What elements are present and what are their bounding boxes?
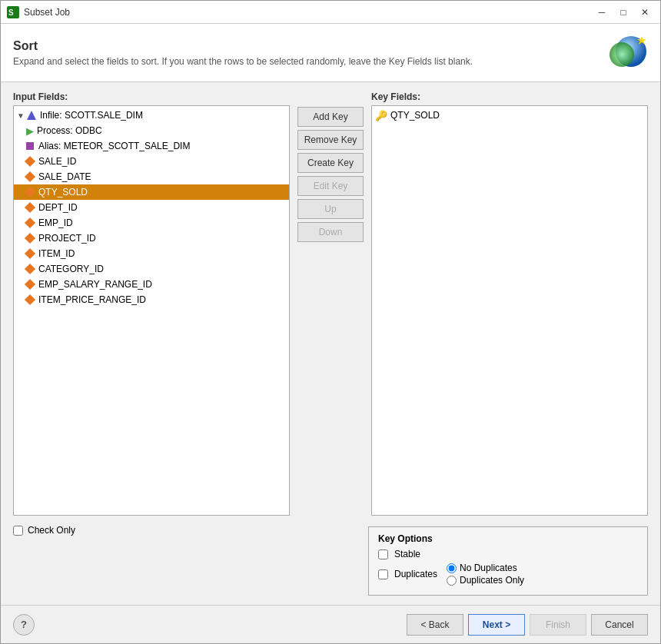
bottom-row: Check Only Key Options Stable Duplicates	[13, 523, 648, 596]
no-duplicates-label: No Duplicates	[460, 563, 517, 573]
create-key-button[interactable]: Create Key	[297, 153, 364, 173]
tree-item-CATEGORY_ID[interactable]: CATEGORY_ID	[14, 261, 289, 277]
collapse-icon: ▼	[17, 111, 25, 120]
check-only-row: Check Only	[13, 523, 293, 537]
finish-button[interactable]: Finish	[530, 614, 586, 636]
input-fields-panel: Input Fields: ▼ Infile: SCOTT.SALE_DIM	[13, 91, 290, 516]
key-fields-list[interactable]: 🔑 QTY_SOLD	[371, 105, 648, 516]
page-title: Sort	[13, 39, 473, 53]
tree-item-ITEM_ID[interactable]: ITEM_ID	[14, 246, 289, 261]
cancel-button[interactable]: Cancel	[591, 614, 648, 636]
tree-item-QTY_SOLD[interactable]: QTY_SOLD	[14, 184, 289, 200]
app-icon: S	[7, 6, 19, 18]
field-label-QTY_SOLD: QTY_SOLD	[38, 187, 88, 198]
tree-item-EMP_SALARY_RANGE_ID[interactable]: EMP_SALARY_RANGE_ID	[14, 277, 289, 292]
help-button[interactable]: ?	[13, 614, 35, 636]
key-fields-label: Key Fields:	[371, 91, 648, 102]
header-left: Sort Expand and select the fields to sor…	[13, 39, 473, 67]
field-icon	[25, 248, 35, 259]
window-title: Subset Job	[24, 7, 70, 18]
content-area: Input Fields: ▼ Infile: SCOTT.SALE_DIM	[1, 82, 660, 605]
input-fields-list[interactable]: ▼ Infile: SCOTT.SALE_DIM ▶ Process: ODBC	[13, 105, 290, 516]
check-only-area: Check Only	[13, 523, 293, 537]
tree-item-ITEM_PRICE_RANGE_ID[interactable]: ITEM_PRICE_RANGE_ID	[14, 292, 289, 307]
field-label-ITEM_PRICE_RANGE_ID: ITEM_PRICE_RANGE_ID	[38, 294, 146, 305]
field-icon	[25, 156, 35, 167]
tree-item-SALE_DATE[interactable]: SALE_DATE	[14, 169, 289, 184]
field-icon	[25, 233, 35, 244]
footer-left: ?	[13, 614, 35, 636]
tree-item-DEPT_ID[interactable]: DEPT_ID	[14, 200, 289, 215]
footer: ? < Back Next > Finish Cancel	[1, 605, 660, 643]
field-label-EMP_ID: EMP_ID	[38, 217, 73, 228]
header-section: Sort Expand and select the fields to sor…	[1, 24, 660, 82]
stable-label: Stable	[394, 549, 420, 559]
page-description: Expand and select the fields to sort. If…	[13, 56, 473, 67]
up-button[interactable]: Up	[297, 199, 364, 219]
infile-icon-group	[26, 110, 40, 121]
key-item-QTY_SOLD[interactable]: 🔑 QTY_SOLD	[372, 108, 647, 123]
minimize-button[interactable]: ─	[593, 5, 611, 20]
tree-item-EMP_ID[interactable]: EMP_ID	[14, 215, 289, 231]
field-icon	[25, 264, 35, 274]
field-label-SALE_DATE: SALE_DATE	[38, 171, 91, 182]
field-icon	[25, 217, 35, 228]
tree-item-infile[interactable]: ▼ Infile: SCOTT.SALE_DIM	[14, 108, 289, 123]
duplicates-row: Duplicates No Duplicates Duplicates Only	[378, 563, 638, 586]
main-window: S Subset Job ─ □ ✕ Sort Expand and selec…	[0, 0, 661, 644]
duplicates-checkbox[interactable]	[378, 569, 388, 579]
no-duplicates-option[interactable]: No Duplicates	[447, 563, 524, 573]
key-options-title: Key Options	[378, 533, 638, 544]
key-fields-panel: Key Fields: 🔑 QTY_SOLD	[371, 91, 648, 516]
duplicates-radio-group: No Duplicates Duplicates Only	[447, 563, 524, 586]
alias-label: Alias: METEOR_SCOTT_SALE_DIM	[38, 141, 190, 151]
key-options-area: Key Options Stable Duplicates No Duplica…	[368, 523, 648, 596]
field-icon	[25, 202, 35, 213]
input-fields-label: Input Fields:	[13, 91, 290, 102]
field-label-CATEGORY_ID: CATEGORY_ID	[38, 264, 104, 274]
field-label-DEPT_ID: DEPT_ID	[38, 202, 78, 213]
infile-icon	[26, 110, 37, 121]
key-field-label-QTY_SOLD: QTY_SOLD	[390, 110, 440, 121]
alias-icon	[26, 142, 34, 150]
tree-item-process[interactable]: ▶ Process: ODBC	[14, 123, 289, 138]
edit-key-button[interactable]: Edit Key	[297, 176, 364, 196]
stable-checkbox[interactable]	[378, 549, 388, 559]
maximize-button[interactable]: □	[614, 5, 633, 20]
header-logo	[608, 32, 648, 74]
infile-label: Infile: SCOTT.SALE_DIM	[40, 110, 143, 121]
field-icon	[25, 187, 35, 198]
down-button[interactable]: Down	[297, 222, 364, 242]
key-options-panel: Key Options Stable Duplicates No Duplica…	[368, 526, 648, 596]
no-duplicates-radio[interactable]	[447, 563, 457, 573]
field-label-PROJECT_ID: PROJECT_ID	[38, 233, 96, 244]
process-label: Process: ODBC	[37, 125, 102, 136]
svg-text:S: S	[8, 8, 14, 17]
tree-item-SALE_ID[interactable]: SALE_ID	[14, 154, 289, 169]
title-bar-left: S Subset Job	[7, 6, 70, 18]
duplicates-only-radio[interactable]	[447, 576, 457, 586]
field-icon	[25, 294, 35, 305]
field-icon	[25, 171, 35, 182]
fields-row: Input Fields: ▼ Infile: SCOTT.SALE_DIM	[13, 91, 648, 516]
field-label-EMP_SALARY_RANGE_ID: EMP_SALARY_RANGE_ID	[38, 279, 152, 290]
check-only-label: Check Only	[28, 525, 75, 536]
stable-row: Stable	[378, 549, 638, 559]
duplicates-label: Duplicates	[394, 569, 437, 579]
title-bar-controls: ─ □ ✕	[593, 5, 654, 20]
svg-marker-5	[27, 111, 36, 120]
field-icon	[25, 279, 35, 290]
add-key-button[interactable]: Add Key	[297, 107, 364, 127]
tree-item-PROJECT_ID[interactable]: PROJECT_ID	[14, 231, 289, 246]
back-button[interactable]: < Back	[407, 614, 463, 636]
field-label-ITEM_ID: ITEM_ID	[38, 248, 75, 259]
duplicates-only-option[interactable]: Duplicates Only	[447, 575, 524, 586]
duplicates-only-label: Duplicates Only	[460, 575, 524, 586]
check-only-checkbox[interactable]	[13, 526, 23, 536]
remove-key-button[interactable]: Remove Key	[297, 130, 364, 150]
next-button[interactable]: Next >	[468, 614, 525, 636]
close-button[interactable]: ✕	[636, 5, 654, 20]
process-icon: ▶	[26, 125, 34, 137]
tree-item-alias[interactable]: Alias: METEOR_SCOTT_SALE_DIM	[14, 138, 289, 154]
title-bar: S Subset Job ─ □ ✕	[1, 1, 660, 24]
